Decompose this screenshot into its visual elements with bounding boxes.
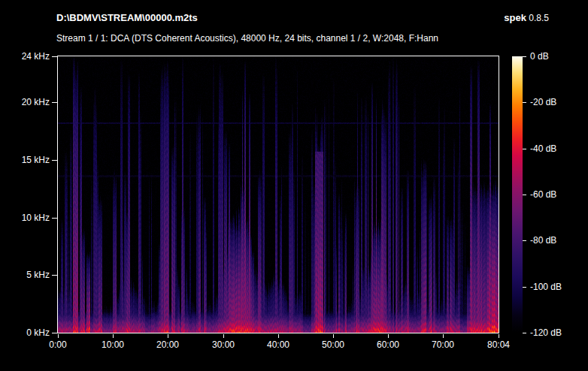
time-tick [443, 334, 444, 338]
time-tick [223, 334, 224, 338]
db-tick [523, 287, 526, 288]
freq-tick [52, 218, 57, 219]
time-tick [168, 334, 168, 338]
freq-tick [52, 275, 57, 276]
time-tick-label: 10:00 [102, 339, 124, 350]
db-legend-gradient [512, 56, 523, 333]
db-tick [523, 102, 526, 103]
db-tick-label: -80 dB [530, 235, 556, 246]
time-tick-label: 50:00 [322, 339, 344, 350]
db-tick-label: -120 dB [530, 327, 562, 338]
freq-tick-label: 5 kHz [0, 270, 50, 280]
freq-tick-label: 24 kHz [0, 51, 50, 62]
spectrogram-canvas [58, 56, 499, 333]
stream-info: Stream 1 / 1: DCA (DTS Coherent Acoustic… [56, 33, 438, 44]
db-tick-label: -60 dB [530, 189, 556, 200]
freq-tick [52, 333, 57, 333]
time-tick-label: 80:04 [487, 339, 510, 350]
db-tick-label: -40 dB [530, 143, 556, 154]
time-tick [278, 334, 279, 338]
freq-tick [52, 56, 57, 57]
db-tick-label: 0 dB [530, 51, 549, 62]
time-tick [499, 334, 499, 338]
time-tick-label: 0:00 [49, 339, 66, 350]
db-tick [523, 240, 526, 241]
time-tick-label: 30:00 [212, 339, 235, 350]
db-tick [523, 195, 526, 195]
time-tick-label: 20:00 [156, 339, 179, 350]
time-tick-label: 40:00 [267, 339, 289, 350]
freq-tick-label: 20 kHz [0, 97, 50, 107]
spek-window: D:\BDMV\STREAM\00000.m2ts spek 0.8.5 Str… [0, 0, 588, 371]
freq-tick [52, 102, 57, 103]
time-tick [333, 334, 334, 338]
db-tick [523, 149, 526, 149]
time-tick [388, 334, 389, 338]
time-tick [58, 334, 59, 338]
freq-tick-label: 0 kHz [0, 327, 50, 338]
freq-tick [52, 160, 57, 161]
time-tick [113, 334, 114, 338]
time-tick-label: 60:00 [377, 339, 399, 350]
db-tick-label: -20 dB [530, 97, 556, 107]
freq-tick-label: 15 kHz [0, 155, 50, 165]
freq-tick-label: 10 kHz [0, 213, 50, 223]
db-tick [523, 56, 526, 57]
db-tick-label: -100 dB [530, 282, 562, 292]
db-tick [523, 333, 526, 333]
time-tick-label: 70:00 [432, 339, 454, 350]
app-brand: spek 0.8.5 [504, 12, 549, 23]
app-version: 0.8.5 [529, 13, 549, 23]
file-path-title: D:\BDMV\STREAM\00000.m2ts [56, 12, 198, 23]
app-name: spek [504, 12, 526, 23]
